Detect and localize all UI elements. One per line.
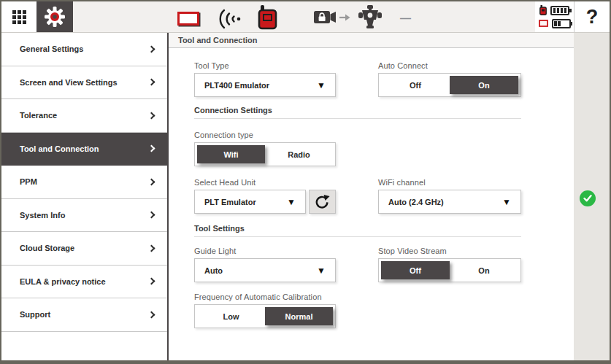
- sidebar-item-ppm[interactable]: PPM: [1, 166, 167, 199]
- chevron-down-icon: ▼: [317, 266, 326, 275]
- chevron-right-icon: [148, 311, 155, 318]
- field-guide-light: Guide Light Auto ▼: [194, 247, 336, 282]
- sidebar-item-support[interactable]: Support: [1, 298, 167, 332]
- field-frequency-calibration: Frequency of Automatic Calibration Low N…: [194, 293, 521, 328]
- tripod-mount-icon: [358, 5, 382, 30]
- connection-type-wifi-option[interactable]: Wifi: [197, 145, 265, 163]
- chevron-right-icon: [148, 145, 155, 152]
- sidebar-item-label: Tolerance: [20, 111, 57, 120]
- right-status-strip: [574, 33, 610, 360]
- page-title: Tool and Connection: [169, 33, 574, 48]
- sidebar-item-label: General Settings: [20, 44, 83, 53]
- display-mini-icon: [539, 20, 548, 27]
- confirm-button[interactable]: [580, 190, 596, 206]
- signal-icon: [218, 9, 244, 29]
- top-toolbar: — ?: [1, 1, 610, 33]
- connection-type-toggle: Wifi Radio: [194, 142, 336, 166]
- frequency-calibration-label: Frequency of Automatic Calibration: [194, 293, 521, 301]
- stop-video-stream-off-option[interactable]: Off: [381, 261, 450, 279]
- dash-icon: —: [400, 12, 411, 24]
- sidebar-item-eula-privacy-notice[interactable]: EULA & privacy notice: [1, 266, 167, 299]
- select-head-unit-value: PLT Emulator: [204, 198, 256, 206]
- wifi-channel-value: Auto (2.4 GHz): [388, 198, 444, 206]
- chevron-right-icon: [148, 112, 155, 119]
- frequency-normal-option[interactable]: Normal: [265, 307, 333, 325]
- wifi-channel-label: WiFi channel: [378, 178, 521, 187]
- sidebar-item-system-info[interactable]: System Info: [1, 199, 167, 233]
- help-icon: ?: [586, 7, 599, 27]
- checkmark-icon: [583, 194, 593, 203]
- sidebar-item-label: PPM: [20, 177, 37, 186]
- frequency-calibration-toggle: Low Normal: [194, 304, 336, 328]
- arrow-right-icon: [339, 13, 350, 22]
- sidebar-item-general-settings[interactable]: General Settings: [1, 33, 167, 66]
- tool-type-dropdown[interactable]: PLT400 Emulator ▼: [194, 73, 336, 97]
- chevron-down-icon: ▼: [317, 81, 326, 90]
- sidebar-item-label: EULA & privacy notice: [20, 277, 106, 286]
- auto-connect-toggle: Off On: [378, 73, 521, 97]
- apps-menu-button[interactable]: [1, 1, 36, 32]
- settings-button[interactable]: [36, 1, 73, 32]
- settings-content: Tool Type PLT400 Emulator ▼ Auto Connect…: [169, 48, 574, 360]
- handheld-tool-icon: [257, 5, 279, 30]
- chevron-right-icon: [148, 244, 155, 252]
- settings-gear-icon: [45, 7, 65, 27]
- refresh-icon: [315, 194, 330, 210]
- display-unit-icon: [177, 12, 199, 26]
- field-connection-type: Connection type Wifi Radio: [194, 131, 336, 166]
- tool-battery-icon: [550, 6, 569, 15]
- sidebar-item-screen-and-view-settings[interactable]: Screen and View Settings: [1, 66, 167, 100]
- apps-grid-icon: [12, 10, 26, 24]
- sidebar-item-label: System Info: [20, 211, 65, 220]
- sidebar-item-tolerance[interactable]: Tolerance: [1, 99, 167, 133]
- field-select-head-unit: Select Head Unit PLT Emulator ▼: [194, 178, 336, 214]
- chevron-right-icon: [148, 212, 155, 219]
- sidebar-item-cloud-storage[interactable]: Cloud Storage: [1, 232, 167, 266]
- field-auto-connect: Auto Connect Off On: [378, 61, 521, 97]
- tool-type-label: Tool Type: [194, 61, 336, 70]
- guide-light-value: Auto: [204, 266, 223, 275]
- sidebar: General Settings Screen and View Setting…: [1, 33, 167, 360]
- guide-light-dropdown[interactable]: Auto ▼: [194, 258, 336, 282]
- auto-connect-off-option[interactable]: Off: [381, 76, 450, 94]
- field-stop-video-stream: Stop Video Stream Off On: [378, 247, 521, 282]
- tool-type-value: PLT400 Emulator: [204, 81, 269, 90]
- chevron-down-icon: ▼: [287, 198, 296, 206]
- wifi-channel-dropdown[interactable]: Auto (2.4 GHz) ▼: [378, 190, 521, 214]
- chevron-right-icon: [148, 278, 155, 285]
- chevron-down-icon: ▼: [502, 198, 511, 206]
- camera-lock-icon: [314, 10, 337, 24]
- main-panel: Tool and Connection Tool Type PLT400 Emu…: [169, 33, 574, 360]
- stop-video-stream-label: Stop Video Stream: [378, 247, 521, 255]
- stop-video-stream-toggle: Off On: [378, 258, 521, 282]
- sidebar-item-label: Cloud Storage: [20, 244, 74, 252]
- connection-settings-heading: Connection Settings: [194, 106, 521, 119]
- sidebar-item-tool-and-connection[interactable]: Tool and Connection: [1, 133, 167, 166]
- field-tool-type: Tool Type PLT400 Emulator ▼: [194, 61, 336, 97]
- tool-settings-heading: Tool Settings: [194, 224, 521, 237]
- window: — ?: [0, 0, 611, 364]
- chevron-right-icon: [148, 178, 155, 185]
- sidebar-item-label: Support: [20, 310, 50, 319]
- select-head-unit-dropdown[interactable]: PLT Emulator ▼: [194, 190, 306, 214]
- sidebar-item-label: Tool and Connection: [20, 144, 99, 153]
- sidebar-item-label: Screen and View Settings: [20, 78, 118, 87]
- auto-connect-label: Auto Connect: [378, 61, 521, 70]
- stop-video-stream-on-option[interactable]: On: [450, 261, 518, 279]
- chevron-right-icon: [148, 45, 155, 53]
- help-button[interactable]: ?: [574, 1, 610, 32]
- connection-type-label: Connection type: [194, 131, 336, 139]
- display-battery-icon: [552, 19, 571, 28]
- guide-light-label: Guide Light: [194, 247, 336, 255]
- battery-status-panel: [535, 1, 574, 32]
- video-lock-status: [314, 10, 350, 24]
- field-wifi-channel: WiFi channel Auto (2.4 GHz) ▼: [378, 178, 521, 214]
- connection-type-radio-option[interactable]: Radio: [265, 145, 333, 163]
- select-head-unit-label: Select Head Unit: [194, 178, 336, 187]
- tool-mini-icon: [539, 5, 547, 15]
- refresh-head-units-button[interactable]: [309, 190, 336, 214]
- frequency-low-option[interactable]: Low: [197, 307, 265, 325]
- chevron-right-icon: [148, 79, 155, 86]
- auto-connect-on-option[interactable]: On: [450, 76, 518, 94]
